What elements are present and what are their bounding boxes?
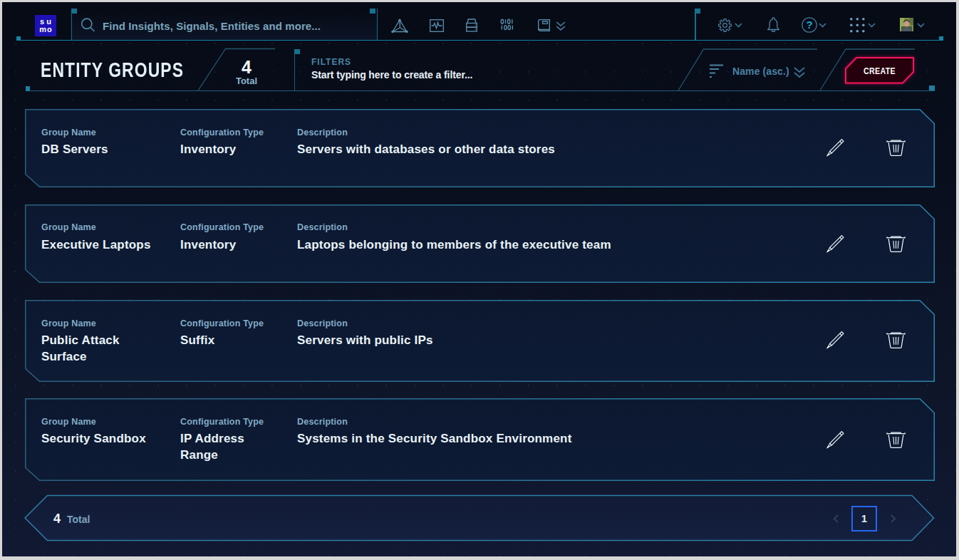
svg-text:?: ?	[806, 19, 812, 31]
svg-text:CREATE: CREATE	[864, 66, 896, 76]
